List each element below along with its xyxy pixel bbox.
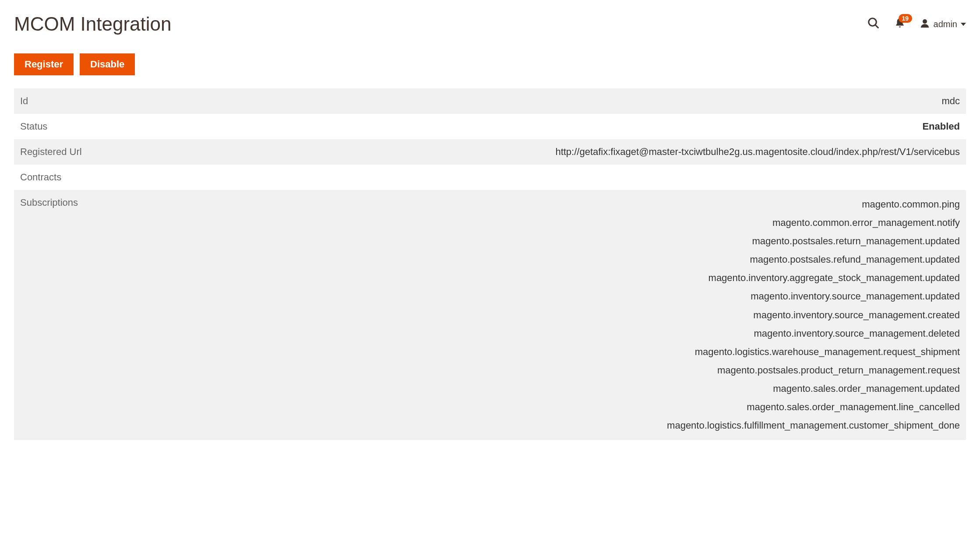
subscription-item: magento.inventory.aggregate_stock_manage… [709, 271, 960, 285]
row-label-id: Id [20, 95, 28, 107]
user-name-label: admin [934, 19, 957, 29]
row-value-registered-url: http://getafix:fixaget@master-txciwtbulh… [555, 146, 960, 158]
search-icon[interactable] [867, 17, 880, 32]
subscription-item: magento.postsales.refund_management.upda… [750, 252, 960, 267]
subscription-item: magento.postsales.return_management.upda… [752, 234, 960, 249]
subscription-item: magento.common.ping [862, 197, 960, 212]
row-label-subscriptions: Subscriptions [20, 197, 78, 208]
row-label-contracts: Contracts [20, 172, 61, 183]
row-status: Status Enabled [14, 114, 966, 139]
disable-button[interactable]: Disable [80, 53, 135, 75]
subscription-item: magento.logistics.fulfillment_management… [667, 418, 960, 433]
row-contracts: Contracts [14, 165, 966, 190]
row-value-status: Enabled [922, 121, 960, 132]
row-value-id: mdc [941, 95, 960, 107]
subscription-item: magento.sales.order_management.updated [773, 381, 960, 396]
chevron-down-icon [961, 23, 966, 26]
integration-details-table: Id mdc Status Enabled Registered Url htt… [14, 88, 966, 440]
notifications-button[interactable]: 19 [894, 18, 906, 31]
subscription-item: magento.common.error_management.notify [772, 215, 960, 230]
subscription-item: magento.logistics.warehouse_management.r… [695, 345, 960, 359]
user-menu[interactable]: admin [920, 18, 966, 31]
row-id: Id mdc [14, 88, 966, 114]
user-icon [920, 18, 930, 31]
subscription-item: magento.postsales.product_return_managem… [717, 363, 960, 378]
row-subscriptions: Subscriptions magento.common.pingmagento… [14, 190, 966, 440]
row-value-subscriptions: magento.common.pingmagento.common.error_… [667, 197, 960, 433]
subscription-item: magento.inventory.source_management.upda… [751, 289, 960, 304]
row-label-registered-url: Registered Url [20, 146, 82, 158]
svg-line-1 [875, 25, 878, 28]
subscription-item: magento.inventory.source_management.dele… [754, 326, 960, 341]
svg-point-0 [868, 18, 876, 26]
register-button[interactable]: Register [14, 53, 74, 75]
page-title: MCOM Integration [14, 13, 171, 35]
subscription-item: magento.inventory.source_management.crea… [753, 308, 960, 323]
row-label-status: Status [20, 121, 47, 132]
subscription-item: magento.sales.order_management.line_canc… [747, 400, 960, 415]
row-registered-url: Registered Url http://getafix:fixaget@ma… [14, 139, 966, 165]
svg-point-2 [923, 19, 927, 24]
notification-count-badge: 19 [899, 14, 913, 23]
